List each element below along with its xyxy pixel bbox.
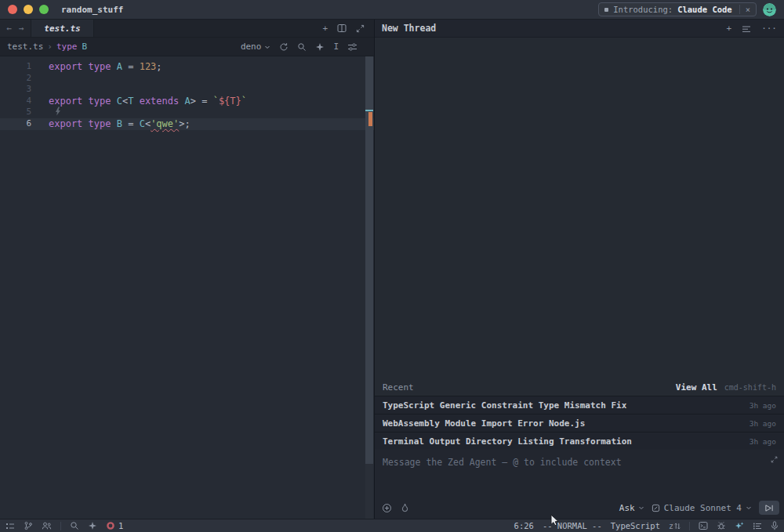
breadcrumb-symbol-name[interactable]: B [82,42,87,52]
toolchain-selector[interactable]: deno [241,42,271,52]
code-line: 5 [0,107,374,118]
thread-item-title: Terminal Output Directory Listing Transf… [383,436,632,447]
back-icon[interactable]: ← [6,24,12,34]
add-context-icon[interactable] [382,503,392,513]
inline-assist-icon[interactable] [315,42,325,52]
editor-controls-icon[interactable] [347,42,358,52]
mode-selector[interactable]: Ask [619,503,644,513]
code-line: 2 [0,73,374,85]
view-all-link[interactable]: View All [676,382,717,393]
diagnostics-indicator[interactable]: 1 [106,521,123,530]
message-placeholder: Message the Zed Agent — @ to include con… [383,457,622,468]
titlebar: random_stuff Introducing: Claude Code × [0,0,784,20]
code-action-bolt-icon [54,107,61,118]
language-selector[interactable]: TypeScript [611,521,660,530]
recent-thread-item[interactable]: TypeScript Generic Constraint Type Misma… [375,396,784,414]
new-thread-icon[interactable]: + [727,24,732,34]
forward-icon[interactable]: → [19,24,24,34]
thread-item-title: TypeScript Generic Constraint Type Misma… [383,400,626,411]
thread-history-icon[interactable] [742,24,751,33]
editor-buffer[interactable]: 1export type A = 123; 2 3 4export type C… [0,56,374,519]
code-line: 6export type B = C<'qwe'>; [0,118,374,130]
edit-prediction-icon[interactable]: z [669,522,681,530]
editor-scrollbar[interactable] [365,56,373,519]
sparkle-icon [604,8,608,12]
message-editor[interactable]: Message the Zed Agent — @ to include con… [375,450,784,519]
line-number[interactable]: 6 [0,118,31,130]
agent-panel-header: New Thread + ··· [375,20,784,38]
error-icon [106,521,115,530]
claude-code-banner[interactable]: Introducing: Claude Code × [598,2,757,16]
search-icon[interactable] [297,42,307,52]
empty-thread-area [375,38,784,379]
status-bar: 1 6:26 -- NORMAL -- TypeScript z [0,519,784,532]
line-number[interactable]: 5 [0,107,31,118]
banner-close-icon[interactable]: × [739,5,750,14]
code-line: 4export type C<T extends A> = `${T}` [0,96,374,107]
user-avatar[interactable] [763,3,776,16]
breadcrumb-symbol-keyword[interactable]: type [56,42,78,52]
line-number[interactable]: 4 [0,96,31,107]
chevron-down-icon [638,505,644,511]
git-branch-icon[interactable] [24,521,33,530]
recent-label: Recent [383,382,414,393]
microphone-icon[interactable] [771,521,779,530]
close-window-button[interactable] [8,5,17,14]
minimize-window-button[interactable] [24,5,33,14]
project-panel-icon[interactable] [5,522,15,530]
tab-bar: ← → test.ts + [0,20,374,38]
collaboration-icon[interactable] [42,521,52,530]
chevron-down-icon [264,44,270,50]
text-cursor-icon[interactable]: I [333,42,339,52]
maximize-pane-icon[interactable] [356,24,365,33]
new-file-icon[interactable]: + [322,24,328,34]
divider [689,522,690,530]
recent-thread-item[interactable]: WebAssembly Module Import Error Node.js … [375,414,784,432]
line-number[interactable]: 1 [0,61,31,73]
debug-panel-icon[interactable] [717,521,726,530]
terminal-panel-icon[interactable] [699,521,708,530]
recent-section-header: Recent View All cmd-shift-h [375,379,784,396]
line-number[interactable]: 3 [0,84,31,96]
recent-thread-item[interactable]: Terminal Output Directory Listing Transf… [375,432,784,450]
code-line: 3 [0,84,374,96]
editor-pane: ← → test.ts + test.ts › type B [0,20,375,519]
model-selector[interactable]: Claude Sonnet 4 [652,503,752,513]
thread-item-time: 3h ago [750,401,776,410]
project-name[interactable]: random_stuff [61,5,123,15]
thread-title: New Thread [382,23,436,34]
refresh-icon[interactable] [279,42,289,52]
banner-highlight: Claude Code [677,5,732,14]
code-line: 1export type A = 123; [0,61,374,73]
outline-panel-icon[interactable] [753,522,762,530]
thread-item-time: 3h ago [750,419,776,428]
more-options-icon[interactable]: ··· [761,24,777,34]
zed-window: random_stuff Introducing: Claude Code × [0,0,784,532]
send-icon [764,504,774,512]
divider [60,522,61,530]
burn-mode-icon[interactable] [401,503,409,513]
expand-composer-icon[interactable] [771,456,778,463]
scrollbar-cursor-marker [365,110,373,111]
nav-history: ← → [0,20,31,37]
zoom-window-button[interactable] [39,5,49,14]
breadcrumb-file[interactable]: test.ts [7,42,43,52]
tabbar-empty-space [94,20,313,37]
chevron-down-icon [746,505,752,511]
error-count: 1 [118,521,123,530]
editor-toolbar: test.ts › type B deno I [0,38,374,56]
send-button[interactable] [759,501,779,515]
breadcrumb-separator: › [47,42,53,52]
thread-item-time: 3h ago [750,437,776,446]
tab-test-ts[interactable]: test.ts [31,20,94,37]
split-pane-icon[interactable] [337,24,347,33]
line-number[interactable]: 2 [0,73,31,85]
assistant-panel-icon[interactable] [735,521,744,530]
thread-item-title: WebAssembly Module Import Error Node.js [383,418,585,429]
banner-prefix: Introducing: [613,5,673,14]
agent-panel: New Thread + ··· Recent View All cmd-shi… [375,20,784,519]
cursor-position[interactable]: 6:26 [514,521,534,530]
scrollbar-error-marker [368,112,372,126]
search-icon[interactable] [70,521,79,530]
tasks-icon[interactable] [88,521,97,530]
